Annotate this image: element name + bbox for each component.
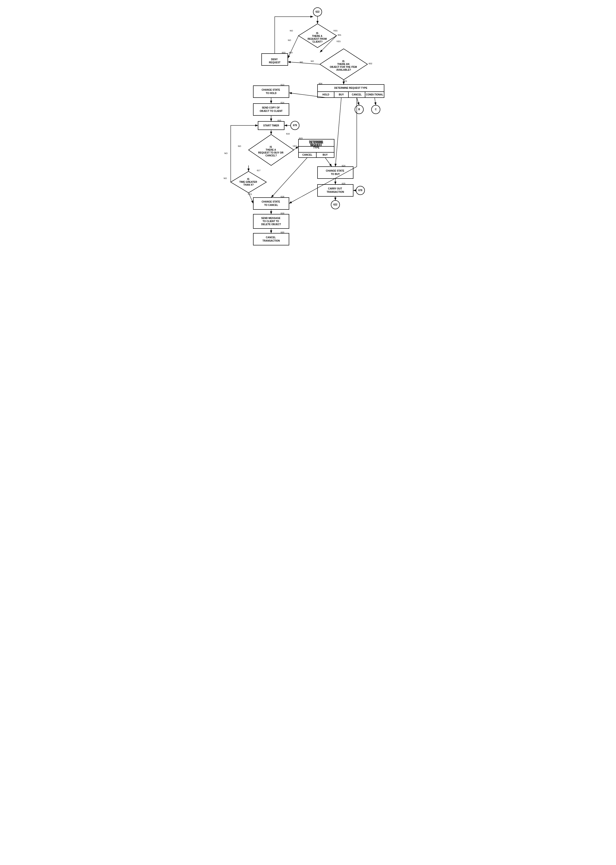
node-604-label: DETERMINE REQUEST TYPE <box>335 87 368 89</box>
no-601: NO <box>290 30 293 32</box>
yes-616: YES <box>292 145 297 147</box>
node-622-bot-right-label: 622 <box>333 203 338 206</box>
no-617-label: NO <box>224 152 228 154</box>
node-678-label: 678 <box>358 189 363 192</box>
yes-label-601: YES <box>336 40 341 43</box>
node-615-label: START TIMER <box>263 124 279 127</box>
node-679-label: 679 <box>293 124 297 127</box>
node-622-top-label: 622 <box>316 11 320 13</box>
arrow-604-buy-to-624 <box>335 98 341 167</box>
node-613-ref: 613 <box>281 84 284 86</box>
node-601-ref: 601 <box>338 34 341 36</box>
node-619-label: SEND MESSAGE TO CLIENT TO DELETE OBJECT <box>261 217 281 226</box>
node-604-buy-label: BUY <box>339 93 344 96</box>
no-label-602: NO <box>300 61 303 63</box>
arrow-604-cond-to-C <box>375 98 376 105</box>
yes-602: YES <box>343 80 347 82</box>
flowchart-diagram: 622 IS THERE A REQUEST FROM CLIENT? 601 … <box>225 5 391 238</box>
arrow-623-buy-to-624 <box>325 158 332 167</box>
node-614-ref: 614 <box>281 101 284 104</box>
node-604-ref: 604 <box>319 82 322 85</box>
no-616: NO <box>238 145 241 147</box>
arrow-602-no-to-603 <box>288 62 320 64</box>
arrow-604-cancel2-to-B <box>357 98 359 105</box>
yes-601: YES <box>333 30 338 32</box>
node-624-ref: 624 <box>342 164 345 167</box>
node-602-ref: 602 <box>369 62 372 65</box>
node-616-ref: 616 <box>286 132 290 135</box>
node-620-ref: 620 <box>281 231 284 233</box>
node-623-text1: DETERMINE REQUEST TYPE <box>309 140 324 149</box>
node-623-buy-label: BUY <box>322 154 327 156</box>
node-604-cancel-label: CANCEL <box>352 93 362 96</box>
arrow-623-cancel-to-618 <box>271 158 307 198</box>
no-label-601: NO <box>288 39 291 41</box>
node-619-ref: 619 <box>281 212 284 214</box>
node-615-ref: 615 <box>278 119 281 121</box>
node-604-conditional-label: CONDI-TIONAL <box>366 93 383 96</box>
no-617: NO <box>223 177 227 180</box>
arrow-603-ref: 603 <box>282 51 285 54</box>
node-623-cancel-label: CANCEL <box>302 154 312 156</box>
node-618-ref: 618 <box>281 195 284 198</box>
no-602: NO <box>311 60 314 62</box>
node-617-ref: 617 <box>257 169 261 172</box>
node-623-ref: 623 <box>299 137 303 139</box>
node-B-label: B <box>358 108 360 111</box>
node-604-hold-label: HOLD <box>322 93 329 96</box>
node-625-ref: 625 <box>342 182 345 185</box>
node-C-label: C <box>375 108 377 111</box>
